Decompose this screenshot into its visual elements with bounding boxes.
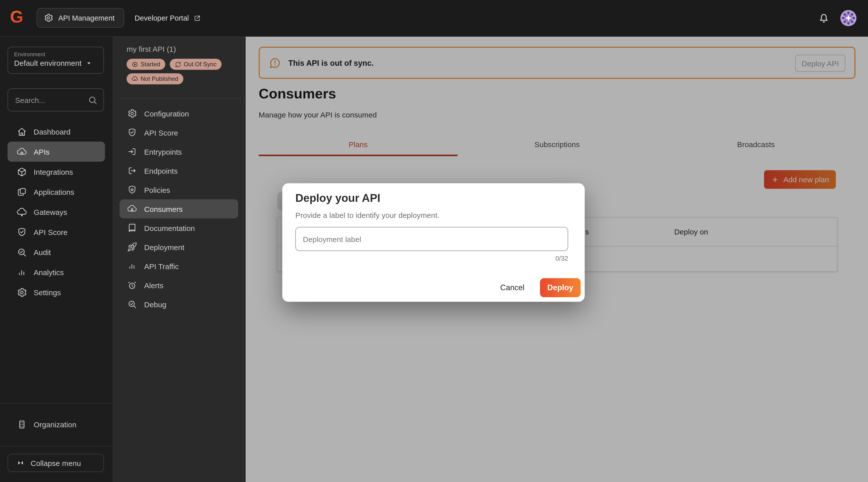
modal-description: Provide a label to identify your deploym… xyxy=(296,211,439,219)
api-menu-item-consumers[interactable]: Consumers xyxy=(120,199,238,218)
modal-title: Deploy your API xyxy=(296,192,380,205)
bar-chart-icon xyxy=(127,261,137,271)
sign-in-icon xyxy=(127,147,137,157)
nav-item-label: Applications xyxy=(34,188,74,196)
user-avatar[interactable] xyxy=(840,9,857,27)
status-badge-out-of-sync: Out Of Sync xyxy=(169,59,221,70)
sidebar-item-api-score[interactable]: API Score xyxy=(7,222,105,242)
cog-icon xyxy=(127,108,137,119)
shield-check-icon xyxy=(17,227,27,237)
nav-item-label: Gateways xyxy=(34,207,67,216)
developer-portal-link[interactable]: Developer Portal xyxy=(135,0,201,36)
play-circle-icon xyxy=(132,61,138,67)
nav-item-label: Entrypoints xyxy=(144,147,182,156)
package-icon xyxy=(17,166,27,177)
sidebar-item-audit[interactable]: Audit xyxy=(7,242,105,262)
app-switcher-button[interactable]: API Management xyxy=(37,8,124,28)
sidebar-item-analytics[interactable]: Analytics xyxy=(7,262,105,282)
sidebar-item-gateways[interactable]: Gateways xyxy=(7,202,105,222)
book-icon xyxy=(127,223,137,233)
collapse-menu-label: Collapse menu xyxy=(31,459,81,467)
bar-chart-icon xyxy=(17,267,27,278)
collapse-menu-button[interactable]: Collapse menu xyxy=(7,454,104,472)
cog-icon xyxy=(17,287,27,297)
api-menu-item-alerts[interactable]: Alerts xyxy=(120,276,238,295)
cancel-button[interactable]: Cancel xyxy=(497,278,528,297)
sidebar-divider xyxy=(0,403,113,404)
sidebar-search xyxy=(7,88,104,111)
nav-item-label: Settings xyxy=(34,288,61,296)
api-menu-item-api-score[interactable]: API Score xyxy=(120,123,238,142)
cloud-cog-icon xyxy=(17,147,27,157)
cloud-x-icon xyxy=(132,75,138,82)
api-menu-item-documentation[interactable]: Documentation xyxy=(120,218,238,237)
sidebar-item-applications[interactable]: Applications xyxy=(7,182,105,202)
sidebar-item-dashboard[interactable]: Dashboard xyxy=(7,122,105,141)
nav-item-label: Audit xyxy=(34,248,51,256)
sidebar-nav: DashboardAPIsIntegrationsApplicationsGat… xyxy=(7,122,105,302)
sidebar-item-apis[interactable]: APIs xyxy=(7,141,105,162)
api-menu-item-debug[interactable]: Debug xyxy=(120,295,238,314)
search-input[interactable] xyxy=(14,95,88,105)
environment-select[interactable]: Environment Default environment xyxy=(7,47,104,74)
notifications-bell-icon[interactable] xyxy=(818,12,830,24)
api-menu-item-policies[interactable]: Policies xyxy=(120,180,238,199)
api-status-badges: StartedOut Of SyncNot Published xyxy=(127,59,240,84)
deployment-label-input[interactable] xyxy=(296,227,568,251)
primary-sidebar: Environment Default environment Dashboar… xyxy=(0,36,113,482)
nav-item-label: Endpoints xyxy=(144,166,178,175)
rocket-icon xyxy=(127,242,137,252)
external-link-icon xyxy=(193,14,201,22)
char-counter: 0/32 xyxy=(296,255,568,262)
shield-check-icon xyxy=(127,128,137,137)
app-root: G API Management Developer Portal Enviro… xyxy=(0,0,868,482)
sign-out-icon xyxy=(127,166,137,176)
nav-item-label: Integrations xyxy=(34,167,73,176)
badge-label: Out Of Sync xyxy=(184,61,217,68)
nav-item-label: API Score xyxy=(144,128,178,137)
api-menu-item-api-traffic[interactable]: API Traffic xyxy=(120,257,238,276)
nav-item-label: Analytics xyxy=(34,268,64,277)
cloud-user-icon xyxy=(127,204,137,214)
search-check-icon xyxy=(17,247,27,257)
badge-label: Started xyxy=(141,61,160,68)
nav-item-label: Configuration xyxy=(144,109,189,118)
chevron-down-icon xyxy=(86,60,92,66)
sidebar-item-integrations[interactable]: Integrations xyxy=(7,162,105,182)
top-bar: G API Management Developer Portal xyxy=(0,0,868,37)
environment-label: Environment xyxy=(14,51,97,57)
gravitee-logo[interactable]: G xyxy=(10,7,23,27)
nav-item-label: Deployment xyxy=(144,243,184,251)
building-icon xyxy=(17,419,27,429)
api-menu-item-configuration[interactable]: Configuration xyxy=(120,104,238,123)
shield-star-icon xyxy=(127,185,137,195)
status-badge-started: Started xyxy=(127,59,165,70)
badge-label: Not Published xyxy=(141,75,178,82)
deploy-modal: Deploy your API Provide a label to ident… xyxy=(282,183,585,302)
nav-item-label: Debug xyxy=(144,300,166,309)
api-menu-item-deployment[interactable]: Deployment xyxy=(120,237,238,257)
search-icon xyxy=(88,95,97,105)
search-check-icon xyxy=(127,299,137,309)
home-icon xyxy=(17,126,27,137)
environment-value: Default environment xyxy=(14,59,82,67)
status-badge-not-published: Not Published xyxy=(127,73,183,84)
layers-icon xyxy=(17,187,27,197)
nav-item-label: API Traffic xyxy=(144,262,179,270)
cloud-icon xyxy=(17,206,27,217)
sidebar-item-settings[interactable]: Settings xyxy=(7,282,105,302)
api-title: my first API (1) xyxy=(127,45,176,53)
api-menu-item-endpoints[interactable]: Endpoints xyxy=(120,161,238,180)
nav-item-label: API Score xyxy=(34,228,68,236)
api-menu-sidebar: my first API (1) StartedOut Of SyncNot P… xyxy=(113,36,246,482)
api-menu-divider xyxy=(121,98,241,99)
nav-item-label: APIs xyxy=(34,147,50,156)
nav-item-label: Documentation xyxy=(144,224,195,232)
collapse-icon xyxy=(17,459,25,467)
deploy-button[interactable]: Deploy xyxy=(540,278,581,297)
nav-item-label: Dashboard xyxy=(34,127,70,136)
sidebar-item-organization[interactable]: Organization xyxy=(7,414,105,434)
alarm-icon xyxy=(127,280,137,290)
api-menu-nav: ConfigurationAPI ScoreEntrypointsEndpoin… xyxy=(120,104,238,314)
api-menu-item-entrypoints[interactable]: Entrypoints xyxy=(120,142,238,161)
